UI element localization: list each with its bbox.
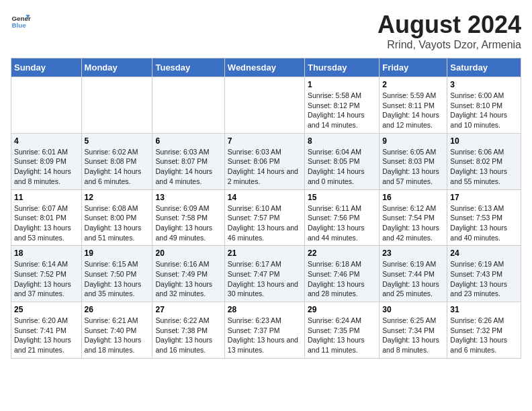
day-number: 15 xyxy=(308,193,376,202)
calendar-cell xyxy=(11,77,82,134)
day-info: Sunrise: 6:05 AM Sunset: 8:03 PM Dayligh… xyxy=(382,147,444,187)
day-info: Sunrise: 5:59 AM Sunset: 8:11 PM Dayligh… xyxy=(382,91,444,130)
calendar-cell: 15Sunrise: 6:11 AM Sunset: 7:56 PM Dayli… xyxy=(304,189,379,246)
day-info: Sunrise: 6:18 AM Sunset: 7:46 PM Dayligh… xyxy=(308,259,376,299)
day-number: 2 xyxy=(382,80,444,89)
day-number: 21 xyxy=(228,248,302,258)
calendar-table: SundayMondayTuesdayWednesdayThursdayFrid… xyxy=(11,58,521,359)
day-number: 25 xyxy=(14,305,79,314)
day-info: Sunrise: 6:09 AM Sunset: 7:58 PM Dayligh… xyxy=(155,203,221,243)
col-header-saturday: Saturday xyxy=(447,58,521,77)
header-row: SundayMondayTuesdayWednesdayThursdayFrid… xyxy=(11,58,521,77)
week-row-0: 1Sunrise: 5:58 AM Sunset: 8:12 PM Daylig… xyxy=(11,77,521,134)
day-number: 29 xyxy=(308,305,376,314)
col-header-wednesday: Wednesday xyxy=(224,58,304,77)
day-info: Sunrise: 6:15 AM Sunset: 7:50 PM Dayligh… xyxy=(85,259,150,299)
day-info: Sunrise: 6:21 AM Sunset: 7:40 PM Dayligh… xyxy=(85,316,150,355)
calendar-cell: 3Sunrise: 6:00 AM Sunset: 8:10 PM Daylig… xyxy=(447,77,521,134)
day-info: Sunrise: 6:22 AM Sunset: 7:38 PM Dayligh… xyxy=(155,316,221,355)
week-row-1: 4Sunrise: 6:01 AM Sunset: 8:09 PM Daylig… xyxy=(11,133,521,189)
day-number: 4 xyxy=(14,136,79,146)
day-info: Sunrise: 6:01 AM Sunset: 8:09 PM Dayligh… xyxy=(14,147,79,187)
logo-icon: General Blue xyxy=(11,11,31,31)
calendar-cell: 28Sunrise: 6:23 AM Sunset: 7:37 PM Dayli… xyxy=(224,302,304,359)
calendar-cell: 18Sunrise: 6:14 AM Sunset: 7:52 PM Dayli… xyxy=(11,246,82,302)
day-info: Sunrise: 6:13 AM Sunset: 7:53 PM Dayligh… xyxy=(450,203,518,243)
day-info: Sunrise: 6:14 AM Sunset: 7:52 PM Dayligh… xyxy=(14,259,79,299)
day-number: 28 xyxy=(228,305,302,314)
calendar-cell: 13Sunrise: 6:09 AM Sunset: 7:58 PM Dayli… xyxy=(152,189,224,246)
day-info: Sunrise: 6:19 AM Sunset: 7:44 PM Dayligh… xyxy=(382,259,444,299)
col-header-monday: Monday xyxy=(81,58,152,77)
week-row-3: 18Sunrise: 6:14 AM Sunset: 7:52 PM Dayli… xyxy=(11,246,521,302)
day-info: Sunrise: 6:02 AM Sunset: 8:08 PM Dayligh… xyxy=(85,147,150,187)
calendar-cell: 24Sunrise: 6:19 AM Sunset: 7:43 PM Dayli… xyxy=(447,246,521,302)
calendar-cell: 23Sunrise: 6:19 AM Sunset: 7:44 PM Dayli… xyxy=(380,246,447,302)
day-info: Sunrise: 6:08 AM Sunset: 8:00 PM Dayligh… xyxy=(85,203,150,243)
calendar-cell: 20Sunrise: 6:16 AM Sunset: 7:49 PM Dayli… xyxy=(152,246,224,302)
calendar-cell: 1Sunrise: 5:58 AM Sunset: 8:12 PM Daylig… xyxy=(304,77,379,134)
day-info: Sunrise: 6:12 AM Sunset: 7:54 PM Dayligh… xyxy=(382,203,444,243)
day-number: 6 xyxy=(155,136,221,146)
day-number: 16 xyxy=(382,193,444,202)
calendar-cell: 21Sunrise: 6:17 AM Sunset: 7:47 PM Dayli… xyxy=(224,246,304,302)
title-area: August 2024 Rrind, Vayots Dzor, Armenia xyxy=(378,11,521,51)
day-info: Sunrise: 6:04 AM Sunset: 8:05 PM Dayligh… xyxy=(308,147,376,187)
day-number: 17 xyxy=(450,193,518,202)
calendar-cell: 25Sunrise: 6:20 AM Sunset: 7:41 PM Dayli… xyxy=(11,302,82,359)
week-row-4: 25Sunrise: 6:20 AM Sunset: 7:41 PM Dayli… xyxy=(11,302,521,359)
day-info: Sunrise: 6:20 AM Sunset: 7:41 PM Dayligh… xyxy=(14,316,79,355)
calendar-cell xyxy=(152,77,224,134)
day-info: Sunrise: 6:19 AM Sunset: 7:43 PM Dayligh… xyxy=(450,259,518,299)
header: General Blue August 2024 Rrind, Vayots D… xyxy=(11,11,521,51)
day-number: 10 xyxy=(450,136,518,146)
day-info: Sunrise: 6:03 AM Sunset: 8:07 PM Dayligh… xyxy=(155,147,221,187)
day-number: 26 xyxy=(85,305,150,314)
calendar-cell xyxy=(224,77,304,134)
main-title: August 2024 xyxy=(378,11,521,39)
calendar-cell: 7Sunrise: 6:03 AM Sunset: 8:06 PM Daylig… xyxy=(224,133,304,189)
logo: General Blue xyxy=(11,11,31,31)
calendar-cell: 5Sunrise: 6:02 AM Sunset: 8:08 PM Daylig… xyxy=(81,133,152,189)
day-number: 5 xyxy=(85,136,150,146)
calendar-cell: 10Sunrise: 6:06 AM Sunset: 8:02 PM Dayli… xyxy=(447,133,521,189)
day-info: Sunrise: 6:16 AM Sunset: 7:49 PM Dayligh… xyxy=(155,259,221,299)
day-info: Sunrise: 6:00 AM Sunset: 8:10 PM Dayligh… xyxy=(450,91,518,130)
day-number: 14 xyxy=(228,193,302,202)
day-info: Sunrise: 6:11 AM Sunset: 7:56 PM Dayligh… xyxy=(308,203,376,243)
day-number: 8 xyxy=(308,136,376,146)
day-number: 3 xyxy=(450,80,518,89)
day-info: Sunrise: 5:58 AM Sunset: 8:12 PM Dayligh… xyxy=(308,91,376,130)
day-number: 13 xyxy=(155,193,221,202)
day-info: Sunrise: 6:06 AM Sunset: 8:02 PM Dayligh… xyxy=(450,147,518,187)
calendar-cell: 16Sunrise: 6:12 AM Sunset: 7:54 PM Dayli… xyxy=(380,189,447,246)
day-info: Sunrise: 6:25 AM Sunset: 7:34 PM Dayligh… xyxy=(382,316,444,355)
calendar-cell: 2Sunrise: 5:59 AM Sunset: 8:11 PM Daylig… xyxy=(380,77,447,134)
calendar-cell: 29Sunrise: 6:24 AM Sunset: 7:35 PM Dayli… xyxy=(304,302,379,359)
day-number: 1 xyxy=(308,80,376,89)
col-header-friday: Friday xyxy=(380,58,447,77)
day-number: 9 xyxy=(382,136,444,146)
col-header-tuesday: Tuesday xyxy=(152,58,224,77)
day-number: 11 xyxy=(14,193,79,202)
calendar-cell: 22Sunrise: 6:18 AM Sunset: 7:46 PM Dayli… xyxy=(304,246,379,302)
day-number: 27 xyxy=(155,305,221,314)
day-info: Sunrise: 6:07 AM Sunset: 8:01 PM Dayligh… xyxy=(14,203,79,243)
day-info: Sunrise: 6:03 AM Sunset: 8:06 PM Dayligh… xyxy=(228,147,302,187)
day-number: 22 xyxy=(308,248,376,258)
calendar-cell: 8Sunrise: 6:04 AM Sunset: 8:05 PM Daylig… xyxy=(304,133,379,189)
day-info: Sunrise: 6:10 AM Sunset: 7:57 PM Dayligh… xyxy=(228,203,302,243)
calendar-cell: 12Sunrise: 6:08 AM Sunset: 8:00 PM Dayli… xyxy=(81,189,152,246)
day-number: 31 xyxy=(450,305,518,314)
day-number: 19 xyxy=(85,248,150,258)
day-number: 7 xyxy=(228,136,302,146)
col-header-thursday: Thursday xyxy=(304,58,379,77)
day-info: Sunrise: 6:23 AM Sunset: 7:37 PM Dayligh… xyxy=(228,316,302,355)
subtitle: Rrind, Vayots Dzor, Armenia xyxy=(378,39,521,51)
col-header-sunday: Sunday xyxy=(11,58,82,77)
day-number: 23 xyxy=(382,248,444,258)
svg-text:Blue: Blue xyxy=(12,21,27,29)
day-number: 20 xyxy=(155,248,221,258)
day-number: 18 xyxy=(14,248,79,258)
calendar-cell xyxy=(81,77,152,134)
